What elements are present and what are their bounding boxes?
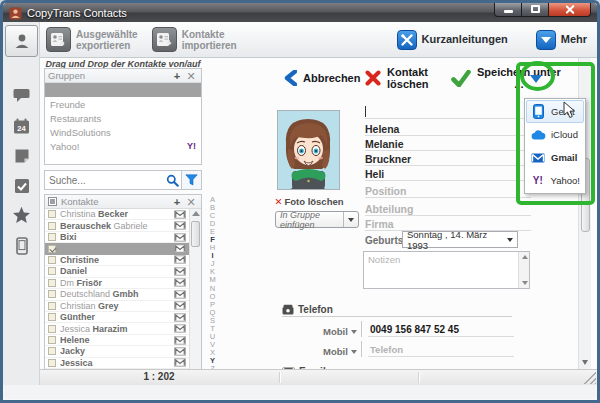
minimize-button[interactable]	[494, 2, 522, 17]
contact-row[interactable]: Jessica Harazim	[45, 323, 189, 334]
more-button[interactable]: Mehr	[536, 30, 587, 50]
contacts-scroll-thumb[interactable]	[191, 221, 200, 247]
cancel-button[interactable]: Abbrechen	[284, 70, 360, 86]
contact-checkbox[interactable]	[48, 302, 56, 310]
phone-type-dropdown[interactable]: Mobil	[323, 326, 361, 337]
phone-section-header: Telefon	[282, 302, 512, 317]
group-row[interactable]: Restaurants	[45, 111, 201, 125]
icloud-icon	[531, 130, 546, 140]
yahoo-icon: Y!	[187, 141, 196, 151]
search-input[interactable]	[45, 171, 163, 189]
contact-name: Jessica	[60, 358, 174, 368]
contact-row[interactable]: Christine	[45, 255, 189, 266]
contact-checkbox[interactable]	[48, 325, 56, 333]
sidebar-item-favorites[interactable]	[3, 206, 40, 224]
contact-checkbox[interactable]	[48, 245, 56, 253]
contact-checkbox[interactable]	[48, 256, 56, 264]
save-target-menu: GerätiCloudGmailY!Yahoo!	[524, 98, 586, 194]
sidebar-item-messages[interactable]	[3, 88, 40, 103]
contact-checkbox[interactable]	[48, 336, 56, 344]
notes-scrollbar[interactable]	[518, 252, 529, 288]
delete-contact-action[interactable]: Kontaktlöschen	[365, 66, 429, 90]
group-row[interactable]	[45, 83, 201, 97]
menu-item-icloud[interactable]: iCloud	[526, 123, 584, 146]
contact-row[interactable]: Dm Frisör	[45, 278, 189, 289]
contact-checkbox[interactable]	[48, 290, 56, 298]
contact-checkbox[interactable]	[48, 233, 56, 241]
gmail-icon	[174, 244, 186, 253]
contact-name: Berauschek Gabriele	[60, 221, 174, 231]
add-contact-button[interactable]: +	[170, 196, 184, 208]
sidebar-item-device[interactable]	[3, 237, 40, 255]
search-icon[interactable]	[163, 171, 181, 189]
add-to-group-dropdown[interactable]: In Gruppe einfügen	[275, 211, 359, 228]
contact-row[interactable]: Christina Becker	[45, 209, 189, 220]
contact-row[interactable]: Berauschek Gabriele	[45, 220, 189, 231]
status-bar: 1 : 202	[40, 369, 597, 385]
contact-row[interactable]: Bixi	[45, 232, 189, 243]
phone-type-dropdown[interactable]: Mobil	[323, 346, 361, 357]
select-all-checkbox[interactable]	[48, 197, 57, 206]
delete-photo-button[interactable]: ✕Foto löschen	[263, 196, 355, 207]
contact-row[interactable]	[45, 243, 189, 254]
contact-checkbox[interactable]	[48, 279, 56, 287]
department-field[interactable]: Abteilung	[365, 201, 531, 216]
gmail-icon	[174, 210, 186, 219]
contact-row[interactable]: Daniel	[45, 266, 189, 277]
group-row[interactable]: Freunde	[45, 97, 201, 111]
menu-item-yahoo[interactable]: Y!Yahoo!	[526, 169, 584, 192]
maximize-button[interactable]	[522, 2, 549, 17]
group-row[interactable]: Yahoo!Y!	[45, 139, 201, 153]
contact-name: Günther	[60, 312, 174, 322]
export-selected-label: Ausgewählteexportieren	[76, 29, 138, 51]
gmail-icon	[174, 267, 186, 276]
alphabet-index[interactable]: ABCDEFHIJKMNOPQSTUVXYZ#	[207, 196, 218, 381]
gmail-icon	[174, 210, 186, 219]
contact-checkbox[interactable]	[48, 267, 56, 275]
note-icon	[14, 148, 30, 164]
contact-row[interactable]: Christian Grey	[45, 301, 189, 312]
filter-button[interactable]	[181, 171, 201, 189]
resize-grip[interactable]	[584, 372, 596, 384]
contact-row[interactable]: Helene	[45, 335, 189, 346]
sidebar-item-tasks[interactable]	[3, 178, 40, 194]
contact-row[interactable]: Deutschland Gmbh	[45, 289, 189, 300]
contact-checkbox[interactable]	[48, 210, 56, 218]
app-window: CopyTrans Contacts 24	[0, 0, 600, 403]
groups-list: FreundeRestaurantsWindSolutionsYahoo!Y!	[45, 83, 201, 153]
add-to-group-label: In Gruppe einfügen	[280, 210, 343, 230]
sidebar-item-contacts[interactable]	[5, 25, 38, 57]
export-contacts-icon	[46, 27, 71, 52]
contact-row[interactable]: Jacky	[45, 346, 189, 357]
sidebar-item-notes[interactable]	[3, 148, 40, 164]
red-x-icon	[365, 70, 381, 86]
notes-textarea[interactable]: Notizen	[363, 251, 530, 289]
contact-checkbox[interactable]	[48, 347, 56, 355]
position-field[interactable]: Position	[365, 183, 531, 198]
group-label: Yahoo!	[50, 141, 79, 152]
contact-checkbox[interactable]	[48, 222, 56, 230]
export-selected-button[interactable]: Ausgewählteexportieren	[46, 27, 138, 52]
sidebar-item-calendar[interactable]: 24	[3, 118, 40, 135]
gmail-icon	[174, 324, 186, 333]
phone-number-field[interactable]: Telefon	[368, 344, 514, 357]
contacts-panel: Kontakte + ✕ Christina BeckerBerauschek …	[44, 194, 202, 380]
add-group-button[interactable]: +	[170, 70, 184, 82]
contact-checkbox[interactable]	[48, 359, 56, 367]
import-contacts-button[interactable]: Kontakteimportieren	[152, 27, 237, 52]
contacts-scrollbar[interactable]	[189, 209, 201, 379]
shortcuts-button[interactable]: Kurzanleitungen	[397, 30, 508, 50]
delete-contact-button[interactable]: ✕	[184, 196, 198, 208]
contact-checkbox[interactable]	[48, 313, 56, 321]
gmail-icon	[174, 313, 186, 322]
menu-item-gmail[interactable]: Gmail	[526, 146, 584, 169]
delete-group-button[interactable]: ✕	[184, 70, 198, 82]
contact-row[interactable]: Jessica	[45, 358, 189, 369]
contact-row[interactable]: Günther	[45, 312, 189, 323]
close-button[interactable]	[549, 2, 591, 17]
calendar-24-icon: 24	[13, 118, 30, 135]
group-row[interactable]: WindSolutions	[45, 125, 201, 139]
phone-number-field[interactable]: 0049 156 847 52 45	[368, 324, 514, 337]
birthday-dropdown[interactable]: Sonntag , 14. März 1993	[402, 231, 518, 248]
contact-photo[interactable]	[277, 110, 340, 190]
